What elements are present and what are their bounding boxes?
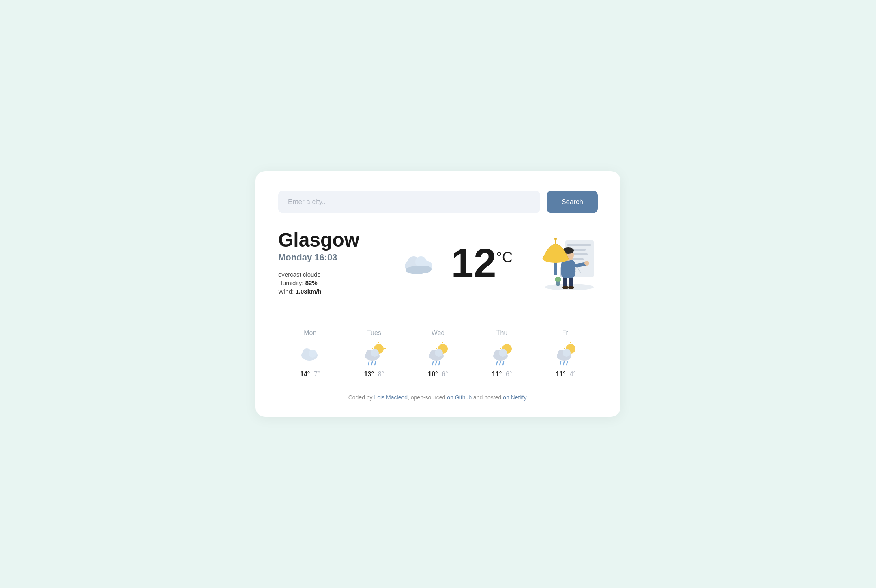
svg-line-62 — [503, 362, 504, 365]
search-button[interactable]: Search — [547, 191, 598, 213]
svg-point-33 — [309, 350, 317, 358]
city-search-input[interactable] — [278, 191, 540, 213]
svg-line-53 — [439, 362, 440, 365]
forecast-day-tues: Tues 13° 8° — [342, 329, 406, 378]
netlify-link[interactable]: on Netlify. — [503, 394, 528, 401]
day-label-thu: Thu — [496, 329, 508, 337]
day-label-mon: Mon — [304, 329, 316, 337]
forecast-temps-mon: 14° 7° — [300, 371, 320, 378]
svg-line-69 — [560, 362, 561, 365]
svg-point-59 — [499, 349, 507, 357]
svg-line-44 — [375, 362, 376, 365]
weather-description: overcast clouds — [278, 271, 389, 278]
humidity-detail: Humidity: 82% — [278, 279, 389, 286]
svg-point-21 — [568, 286, 574, 289]
svg-rect-27 — [554, 261, 557, 275]
svg-line-52 — [436, 362, 436, 365]
svg-point-17 — [555, 277, 561, 282]
wind-detail: Wind: 1.03km/h — [278, 288, 389, 295]
city-datetime: Monday 16:03 — [278, 252, 389, 263]
svg-point-50 — [435, 349, 443, 357]
footer: Coded by Lois Macleod, open-sourced on G… — [278, 394, 598, 401]
svg-rect-22 — [561, 260, 575, 278]
forecast-row: Mon 14° 7° Tues — [278, 316, 598, 378]
github-link[interactable]: on Github — [447, 394, 472, 401]
svg-line-42 — [368, 362, 369, 365]
city-name: Glasgow — [278, 230, 389, 251]
svg-line-60 — [496, 362, 497, 365]
forecast-temps-tues: 13° 8° — [364, 371, 384, 378]
svg-line-51 — [432, 362, 433, 365]
day-label-tues: Tues — [367, 329, 381, 337]
svg-point-6 — [419, 266, 432, 273]
temperature-display: 12 °C — [451, 242, 513, 283]
svg-point-20 — [562, 286, 569, 289]
svg-point-30 — [554, 238, 557, 240]
svg-line-70 — [563, 362, 564, 365]
svg-line-71 — [567, 362, 567, 365]
forecast-day-thu: Thu 11° 6° — [470, 329, 534, 378]
svg-point-26 — [584, 261, 589, 266]
forecast-temps-thu: 11° 6° — [492, 371, 512, 378]
city-info: Glasgow Monday 16:03 overcast clouds Hum… — [278, 230, 389, 297]
forecast-day-wed: Wed 10° 6° — [406, 329, 470, 378]
day-label-wed: Wed — [432, 329, 445, 337]
svg-point-68 — [563, 349, 571, 357]
svg-point-41 — [371, 349, 379, 357]
current-weather-section: Glasgow Monday 16:03 overcast clouds Hum… — [278, 230, 598, 297]
day-label-fri: Fri — [562, 329, 570, 337]
temperature-value: 12 — [451, 242, 496, 283]
svg-line-43 — [371, 362, 372, 365]
svg-line-61 — [500, 362, 500, 365]
svg-text:!: ! — [575, 267, 577, 273]
author-link[interactable]: Lois Macleod — [374, 394, 408, 401]
weather-illustration: ! — [529, 232, 598, 293]
current-weather-icon — [402, 251, 438, 275]
temperature-unit: °C — [496, 249, 513, 266]
forecast-day-fri: Fri 11° 4° — [534, 329, 598, 378]
svg-rect-8 — [567, 244, 591, 246]
weather-card: Search Glasgow Monday 16:03 overcast clo… — [256, 171, 620, 417]
search-row: Search — [278, 191, 598, 213]
forecast-temps-fri: 11° 4° — [556, 371, 576, 378]
forecast-temps-wed: 10° 6° — [428, 371, 448, 378]
forecast-day-mon: Mon 14° 7° — [278, 329, 342, 378]
